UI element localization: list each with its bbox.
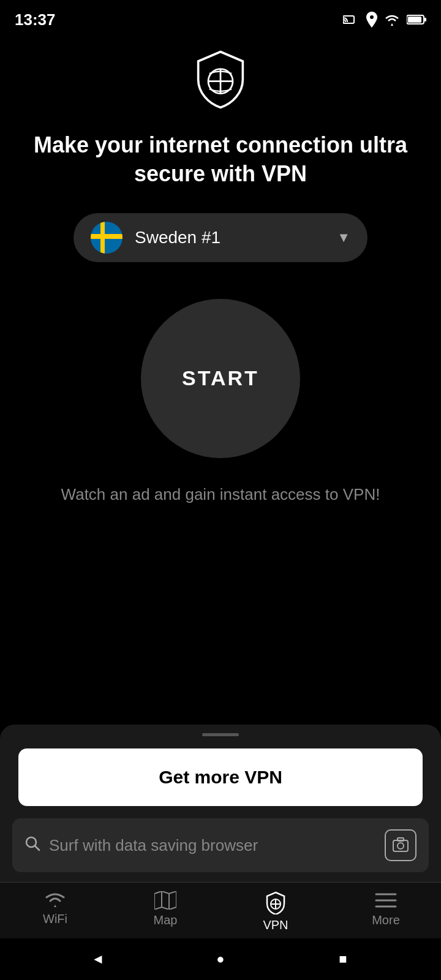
status-bar: 13:37: [0, 0, 441, 37]
chevron-down-icon: ▼: [337, 230, 350, 246]
status-time: 13:37: [15, 10, 56, 29]
vpn-nav-icon: [265, 891, 287, 914]
sweden-flag: [91, 222, 123, 254]
country-name: Sweden #1: [135, 228, 337, 247]
svg-marker-13: [154, 891, 176, 910]
nav-label-map: Map: [154, 913, 178, 927]
main-content: Make your internet connection ultra secu…: [0, 37, 441, 519]
wifi-nav-icon: [44, 891, 66, 908]
search-icon: [24, 835, 40, 855]
sheet-handle: [0, 725, 441, 742]
more-nav-icon: [375, 891, 397, 910]
svg-rect-3: [424, 18, 426, 21]
country-selector[interactable]: Sweden #1 ▼: [74, 213, 368, 262]
location-icon: [366, 12, 377, 28]
svg-line-9: [35, 846, 39, 850]
start-button-container: START: [141, 299, 300, 458]
camera-search-icon[interactable]: [385, 829, 417, 861]
nav-item-map[interactable]: Map: [110, 891, 221, 932]
wifi-status-icon: [383, 13, 401, 26]
nav-label-more: More: [372, 913, 400, 927]
start-button[interactable]: START: [141, 299, 300, 458]
back-button[interactable]: [87, 948, 109, 970]
bottom-sheet: Get more VPN Surf with data saving brows…: [0, 725, 441, 980]
battery-icon: [407, 14, 426, 25]
bottom-nav: WiFi Map VPN: [0, 882, 441, 938]
recents-button[interactable]: [332, 948, 354, 970]
system-nav: [0, 938, 441, 980]
svg-point-11: [398, 843, 404, 849]
nav-item-more[interactable]: More: [331, 891, 441, 932]
svg-rect-12: [398, 838, 404, 841]
ad-text: Watch an ad and gain instant access to V…: [61, 483, 380, 507]
country-flag: [91, 222, 123, 254]
status-icons: [343, 12, 426, 28]
search-placeholder-text: Surf with data saving browser: [49, 836, 376, 855]
sheet-handle-bar: [202, 733, 239, 736]
svg-rect-10: [393, 840, 408, 851]
nav-label-vpn: VPN: [263, 918, 288, 932]
svg-rect-4: [408, 17, 421, 23]
nav-label-wifi: WiFi: [43, 912, 67, 926]
search-bar[interactable]: Surf with data saving browser: [12, 818, 429, 872]
cast-icon: [343, 13, 360, 26]
vpn-shield-icon: [190, 49, 251, 113]
nav-item-vpn[interactable]: VPN: [221, 891, 331, 932]
nav-item-wifi[interactable]: WiFi: [0, 891, 110, 932]
get-more-vpn-button[interactable]: Get more VPN: [18, 748, 423, 806]
page-title: Make your internet connection ultra secu…: [24, 131, 417, 189]
home-button[interactable]: [209, 948, 232, 970]
map-nav-icon: [154, 891, 176, 910]
